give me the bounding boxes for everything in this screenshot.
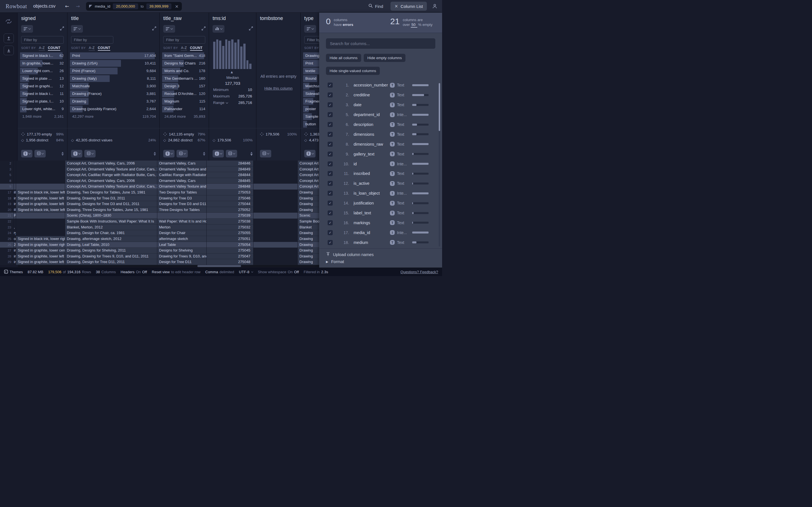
cell-tms-id[interactable]: 284846 [206,161,253,166]
row-display-button[interactable] [35,150,46,158]
cell-title[interactable]: Scenic (China), 1800–1830 [65,213,157,219]
value-row[interactable]: In graphite, lowe...32 [21,59,64,67]
range-row[interactable]: Range285,716 [213,101,252,105]
cell-tms-id[interactable]: 275045 [206,247,253,253]
value-row[interactable]: Print17,404 [71,52,156,59]
whitespace-toggle[interactable]: Show whitespace On Off [258,270,299,274]
cell-signed[interactable] [16,219,65,224]
hide-all-columns-button[interactable]: Hide all columns [326,54,361,62]
column-list-item[interactable]: ✓ 10. id I Inte... [319,159,442,169]
cell-tms-id[interactable]: 284844 [206,172,253,178]
cell-title-raw[interactable]: Drawing for Tree D3 [157,195,206,202]
row-display-button[interactable] [84,150,96,158]
column-list-item[interactable]: ✓ 1. accession_number T Text [319,80,442,90]
cell-tms-id[interactable]: 275038 [206,219,253,224]
column-visible-checkbox[interactable]: ✓ [327,201,333,206]
column-visible-checkbox[interactable]: ✓ [327,142,333,147]
cell-tombstone[interactable] [253,253,297,260]
row-display-button[interactable] [260,150,271,158]
cell-tms-id[interactable]: 275053 [206,189,253,195]
horizontal-scrollbar[interactable] [18,265,319,267]
column-list-item[interactable]: ✓ 11. inscribed T Text [319,169,442,179]
value-row[interactable]: Drawing3,767 [71,98,156,105]
cell-title-raw[interactable]: Cadillac Range with Radiator Butte [157,172,206,178]
cell-signed[interactable]: Signed in graphite, lower left [16,259,65,265]
delimiter-setting[interactable]: Comma delimited [205,270,234,274]
cell-tms-id[interactable]: 275032 [206,224,253,230]
column-width-stepper[interactable] [154,152,156,156]
cell-signed[interactable]: Signed in black ink, lower right [16,236,65,242]
cell-title[interactable]: Drawing, Design for Chair, ca. 1981 [65,230,157,236]
headers-toggle[interactable]: Headers On Off [121,270,147,274]
column-list-item[interactable]: ✓ 16. markings T Text [319,218,442,228]
download-button[interactable] [4,46,14,55]
cell-tms-id[interactable]: 284848 [206,184,253,189]
cell-title-raw[interactable]: Ornament Valley, Cars [157,161,206,166]
cell-title[interactable]: Drawing, Design for Tree D11, 2011 [65,259,157,265]
column-list-item[interactable]: ✓ 8. dimensions_raw T Text [319,139,442,149]
cell-tombstone[interactable] [253,201,297,207]
cell-title[interactable]: Concept Art, Cadillac Range with Radiato… [65,172,157,178]
reset-view-button[interactable]: Reset view to edit header row [152,270,200,274]
value-row[interactable]: Recueil D'Archite...120 [163,90,205,98]
value-row[interactable]: Drawing (USA)10,411 [71,59,156,67]
cell-title[interactable]: Concept Art, Ornament Valley, Cars, 2006 [65,178,157,184]
cell-signed[interactable] [16,161,65,166]
column-type-button[interactable]: T [21,150,33,158]
filter-from-value[interactable]: 20,000,000 [113,3,138,9]
row-display-button[interactable] [226,150,237,158]
value-row[interactable]: Designs for Chairs216 [163,59,205,67]
find-button[interactable]: Find [368,3,383,9]
column-list-item[interactable]: ✓ 6. description T Text [319,120,442,129]
cell-signed[interactable]: Signed in graphite, lower center [16,247,65,253]
value-row[interactable]: Signed in graphi...12 [21,82,64,90]
cell-signed[interactable]: Signed in graphite, lower left [16,195,65,202]
cell-tombstone[interactable] [253,213,297,219]
cell-tombstone[interactable] [253,219,297,224]
column-list-item[interactable]: ✓ 3. date T Text [319,100,442,110]
value-row[interactable]: Lower right, white...9 [21,105,64,113]
column-width-stepper[interactable] [203,152,205,156]
column-sort-menu-button[interactable] [304,25,316,33]
cell-signed[interactable] [16,178,65,184]
cell-title[interactable]: Drawing, Two Designs for Tables, June 15… [65,189,157,195]
cell-signed[interactable] [16,230,65,236]
cell-title-raw[interactable]: Design for Chair [157,230,206,236]
cell-signed[interactable]: Signed in graphite, lower right [16,242,65,248]
cell-tms-id[interactable]: 275054 [206,242,253,248]
column-visible-checkbox[interactable]: ✓ [327,171,333,176]
column-histogram-button[interactable] [213,25,224,33]
column-visible-checkbox[interactable]: ✓ [327,210,333,216]
column-visible-checkbox[interactable]: ✓ [327,152,333,157]
column-visible-checkbox[interactable]: ✓ [327,102,333,107]
column-list-button[interactable]: × Column List [391,2,427,11]
column-type-button[interactable]: T [71,150,82,158]
value-row[interactable]: Matchsafe3,900 [71,82,156,90]
cell-title[interactable]: Drawing, Drawing for Tree D3, 2011 [65,195,157,202]
cell-tms-id[interactable]: 275046 [206,195,253,202]
panel-scrollbar-thumb[interactable] [439,83,440,131]
hide-empty-columns-button[interactable]: Hide empty columns [364,54,405,62]
sort-count-toggle[interactable]: COUNT [190,46,203,51]
column-list-item[interactable]: ✓ 7. dimensions T Text [319,129,442,139]
value-row[interactable]: Palisander114 [163,105,205,113]
filter-chip[interactable]: media_id 20,000,000 to 39,999,999 × [86,2,182,11]
value-row[interactable]: Signed in plate, l...10 [21,98,64,105]
value-row[interactable]: The Gentleman's ...160 [163,75,205,82]
cell-title[interactable]: Sample Book With Instructions, Wall Pape… [65,219,157,224]
cell-tms-id[interactable]: 275051 [206,236,253,242]
cell-tms-id[interactable]: 284845 [206,178,253,184]
horizontal-scrollbar-thumb[interactable] [197,265,241,267]
cell-signed[interactable] [16,213,65,219]
cell-tombstone[interactable] [253,166,297,172]
column-visible-checkbox[interactable]: ✓ [327,220,333,225]
column-width-stepper[interactable] [250,152,253,156]
value-row[interactable]: 42,297 more119,704 [71,113,156,120]
user-icon[interactable] [432,3,438,9]
sort-az-toggle[interactable]: A-Z [181,46,187,51]
value-row[interactable]: 1,948 more2,161 [21,113,64,120]
cell-tombstone[interactable] [253,195,297,202]
cell-tombstone[interactable] [253,247,297,253]
cell-title-raw[interactable]: afterimage sketch [157,236,206,242]
cell-title[interactable]: Concept Art, Ornament Valley, Cars, 2006 [65,161,157,166]
